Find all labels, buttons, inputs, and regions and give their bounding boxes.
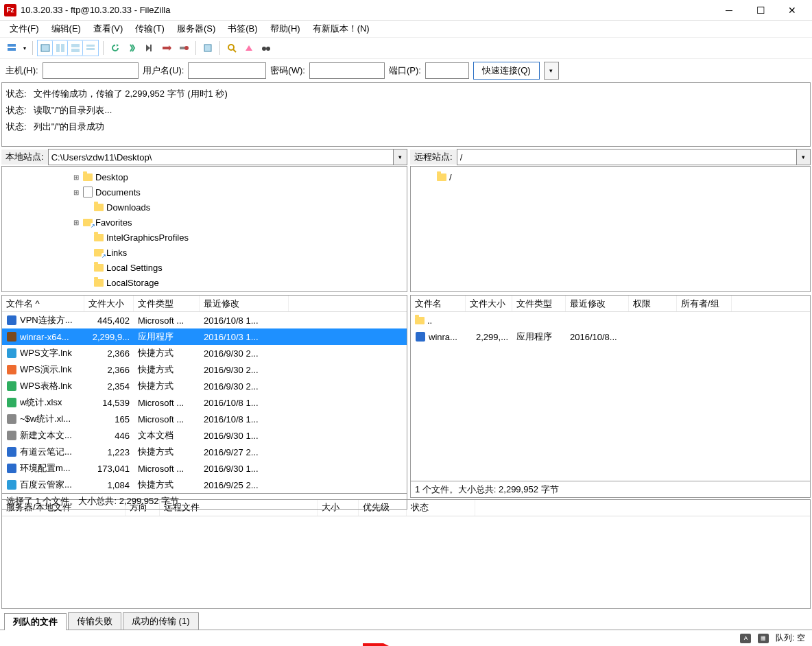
- svg-rect-0: [8, 44, 16, 47]
- filter-icon[interactable]: [200, 40, 215, 56]
- list-item[interactable]: 新建文本文...446文本文档2016/9/30 1...: [2, 427, 407, 444]
- file-icon: [6, 348, 17, 359]
- reconnect-icon[interactable]: [176, 40, 191, 56]
- bottom-tab[interactable]: 成功的传输 (1): [123, 612, 199, 630]
- menu-item[interactable]: 编辑(E): [46, 21, 86, 36]
- column-header[interactable]: 文件名 ^: [2, 296, 84, 311]
- svg-rect-1: [8, 48, 16, 51]
- pass-input[interactable]: [309, 62, 385, 79]
- menu-item[interactable]: 帮助(H): [265, 21, 306, 36]
- column-header[interactable]: 文件名: [411, 296, 466, 311]
- remote-tree[interactable]: /: [410, 166, 811, 292]
- binoculars-icon[interactable]: [259, 40, 274, 56]
- folder-icon: [415, 317, 425, 324]
- log-pane[interactable]: 状态:文件传输成功，传输了 2,299,952 字节 (用时1 秒)状态:读取"…: [1, 82, 811, 147]
- file-icon: [6, 397, 17, 408]
- quickconnect-bar: 主机(H): 用户名(U): 密码(W): 端口(P): 快速连接(Q) ▾: [0, 59, 812, 82]
- tree-node[interactable]: IntelGraphicsProfiles: [6, 230, 403, 245]
- column-header[interactable]: 文件大小: [84, 296, 134, 311]
- column-header[interactable]: 所有者/组: [677, 296, 732, 311]
- tree-node[interactable]: LocalStorage: [6, 275, 403, 290]
- svg-rect-6: [71, 49, 80, 52]
- column-header[interactable]: 最近修改: [566, 296, 629, 311]
- remote-site-label: 远程站点:: [410, 149, 457, 165]
- remote-path-input[interactable]: [457, 149, 797, 165]
- menu-item[interactable]: 文件(F): [4, 21, 45, 36]
- toggle-local-tree-icon[interactable]: [53, 40, 68, 56]
- tree-node[interactable]: ⊞Desktop: [6, 169, 403, 184]
- menu-item[interactable]: 传输(T): [130, 21, 170, 36]
- local-tree[interactable]: ⊞Desktop⊞DocumentsDownloads⊞FavoritesInt…: [1, 166, 407, 292]
- menu-item[interactable]: 书签(B): [222, 21, 263, 36]
- tree-node[interactable]: Links: [6, 245, 403, 260]
- menu-item[interactable]: 服务器(S): [171, 21, 221, 36]
- column-header[interactable]: 权限: [629, 296, 677, 311]
- search-icon[interactable]: [224, 40, 239, 56]
- site-manager-icon[interactable]: [4, 40, 19, 56]
- menu-item[interactable]: 有新版本！(N): [307, 21, 375, 36]
- column-header[interactable]: 文件类型: [512, 296, 566, 311]
- tree-node[interactable]: Local Settings: [6, 260, 403, 275]
- list-item[interactable]: winra...2,299,...应用程序2016/10/8...: [411, 328, 810, 345]
- port-input[interactable]: [425, 62, 469, 79]
- list-item[interactable]: 有道云笔记...1,223快捷方式2016/9/27 2...: [2, 444, 407, 460]
- toggle-remote-tree-icon[interactable]: [68, 40, 83, 56]
- refresh-icon[interactable]: [108, 40, 123, 56]
- list-item[interactable]: WPS表格.lnk2,354快捷方式2016/9/30 2...: [2, 378, 407, 394]
- list-item[interactable]: w统计.xlsx14,539Microsoft ...2016/10/8 1..…: [2, 394, 407, 411]
- compare-icon[interactable]: [241, 40, 256, 56]
- user-input[interactable]: [188, 62, 266, 79]
- remote-path-dropdown[interactable]: ▾: [797, 149, 811, 165]
- svg-rect-8: [86, 48, 95, 50]
- local-path-dropdown[interactable]: ▾: [394, 149, 407, 165]
- local-path-input[interactable]: [48, 149, 394, 165]
- bottom-tab[interactable]: 传输失败: [68, 612, 121, 630]
- column-header[interactable]: 状态: [407, 500, 475, 516]
- queue-pane[interactable]: 服务器/本地文件方向远程文件大小优先级状态: [1, 499, 811, 609]
- close-button[interactable]: ✕: [776, 0, 808, 21]
- tree-node[interactable]: ⊞Documents: [6, 184, 403, 200]
- tree-node[interactable]: /: [415, 169, 806, 184]
- bottom-tab[interactable]: 列队的文件: [4, 613, 67, 630]
- list-item[interactable]: winrar-x64...2,299,9...应用程序2016/10/3 1..…: [2, 328, 407, 345]
- list-item[interactable]: ..: [411, 312, 810, 328]
- toolbar: ▾: [0, 37, 812, 59]
- maximize-button[interactable]: ☐: [745, 0, 776, 21]
- site-manager-dropdown[interactable]: ▾: [21, 40, 28, 56]
- process-queue-icon[interactable]: [125, 40, 140, 56]
- list-item[interactable]: VPN连接方...445,402Microsoft ...2016/10/8 1…: [2, 312, 407, 328]
- svg-rect-4: [61, 44, 64, 52]
- quickconnect-button[interactable]: 快速连接(Q): [473, 62, 540, 80]
- column-header[interactable]: 文件大小: [466, 296, 512, 311]
- toggle-log-icon[interactable]: [38, 40, 53, 56]
- local-file-list[interactable]: 文件名 ^文件大小文件类型最近修改 VPN连接方...445,402Micros…: [1, 295, 407, 494]
- port-label: 端口(P):: [389, 64, 421, 77]
- list-item[interactable]: WPS文字.lnk2,366快捷方式2016/9/30 2...: [2, 345, 407, 361]
- tree-node[interactable]: Downloads: [6, 200, 403, 215]
- bottom-tabs: 列队的文件传输失败成功的传输 (1): [1, 610, 811, 630]
- remote-status: 1 个文件。大小总共: 2,299,952 字节: [410, 481, 811, 498]
- column-header[interactable]: 文件类型: [134, 296, 200, 311]
- remote-file-list[interactable]: 文件名文件大小文件类型最近修改权限所有者/组 ..winra...2,299,.…: [410, 295, 811, 481]
- svg-point-14: [262, 47, 266, 51]
- list-item[interactable]: 环境配置m...173,041Microsoft ...2016/9/30 1.…: [2, 460, 407, 477]
- cancel-icon[interactable]: [142, 40, 157, 56]
- toggle-queue-icon[interactable]: [83, 40, 98, 56]
- file-icon: [6, 463, 17, 474]
- folder-link-icon: [94, 249, 104, 256]
- quickconnect-dropdown[interactable]: ▾: [544, 62, 559, 80]
- column-header[interactable]: 最近修改: [200, 296, 289, 311]
- statusbar: A ▦ 队列: 空: [0, 630, 812, 646]
- doc-icon: [83, 187, 93, 198]
- disconnect-icon[interactable]: [159, 40, 174, 56]
- list-item[interactable]: WPS演示.lnk2,366快捷方式2016/9/30 2...: [2, 361, 407, 378]
- list-item[interactable]: ~$w统计.xl...165Microsoft ...2016/10/8 1..…: [2, 411, 407, 427]
- minimize-button[interactable]: ─: [713, 0, 745, 21]
- tree-node[interactable]: ⊞Favorites: [6, 215, 403, 230]
- menubar: 文件(F)编辑(E)查看(V)传输(T)服务器(S)书签(B)帮助(H)有新版本…: [0, 21, 812, 37]
- host-input[interactable]: [43, 62, 139, 79]
- menu-item[interactable]: 查看(V): [88, 21, 128, 36]
- titlebar: Fz 10.3.20.33 - ftp@10.3.20.33 - FileZil…: [0, 0, 812, 21]
- list-item[interactable]: 百度云管家...1,084快捷方式2016/9/25 2...: [2, 477, 407, 493]
- tree-label: Downloads: [106, 202, 150, 213]
